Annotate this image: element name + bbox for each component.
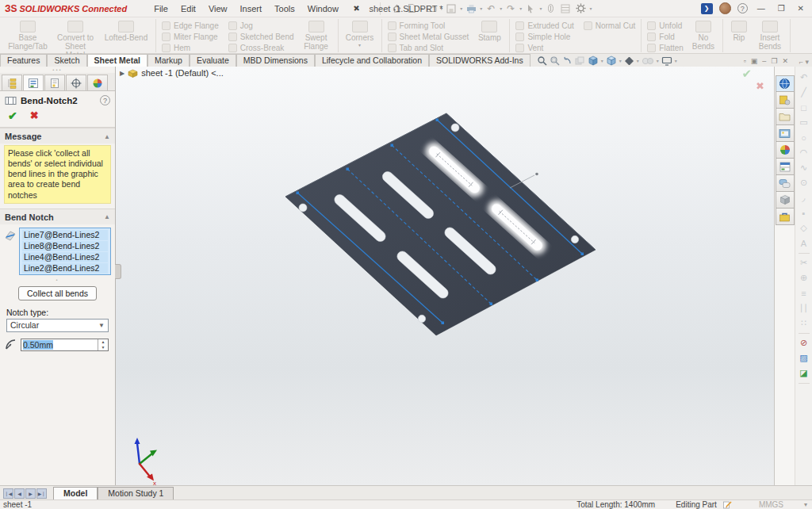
options-gear-icon[interactable] — [574, 2, 587, 15]
confirm-corner-cancel-icon[interactable]: ✖ — [756, 80, 764, 92]
pm-cancel-button[interactable]: ✖ — [30, 109, 39, 122]
3dexperience-pane-tab[interactable] — [776, 75, 795, 92]
redo-caret-icon[interactable]: ▾ — [519, 6, 522, 11]
simple-hole-button[interactable]: Simple Hole — [515, 33, 573, 41]
bend-notch-collapse-icon[interactable]: ▲ — [104, 213, 110, 220]
stamp-button[interactable]: Stamp — [475, 20, 504, 43]
view-palette-pane-tab[interactable] — [776, 125, 795, 142]
sketch-line-icon[interactable]: ╱ — [795, 85, 812, 100]
forming-tool-button[interactable]: Forming Tool — [388, 21, 469, 30]
selection-item[interactable]: Line2@Bend-Lines2 — [22, 263, 108, 274]
home-icon[interactable] — [390, 2, 403, 15]
doc-new-window-icon[interactable]: ▫ — [744, 57, 746, 65]
hide-show-items-icon[interactable] — [642, 56, 654, 66]
last-tab-button[interactable]: ▶❘ — [36, 488, 47, 499]
3dexperience-launcher-icon[interactable]: ❯ — [701, 3, 713, 14]
confirm-corner-ok-icon[interactable]: ✔ — [741, 67, 752, 81]
panel-drag-handle[interactable]: ••• — [0, 67, 115, 73]
trim-entities-icon[interactable]: ✂ — [795, 255, 812, 270]
restore-button[interactable]: ❐ — [775, 4, 788, 13]
pm-ok-button[interactable]: ✔ — [8, 109, 17, 122]
menu-tools[interactable]: Tools — [268, 2, 301, 15]
first-tab-button[interactable]: ❘◀ — [3, 488, 13, 499]
sketch-circle-icon[interactable]: ○ — [795, 130, 812, 145]
menu-window[interactable]: Window — [301, 2, 345, 15]
selection-list-resize-handle[interactable]: • — [0, 277, 115, 283]
display-manager-tab[interactable] — [87, 75, 108, 90]
tab-sheet-metal[interactable]: Sheet Metal — [87, 54, 147, 67]
sketched-bend-button[interactable]: Sketched Bend — [228, 33, 294, 41]
doc-close-icon[interactable]: ✕ — [782, 57, 788, 65]
custom-properties-pane-tab[interactable] — [776, 159, 795, 175]
view-orientation-caret-icon[interactable]: ▾ — [619, 58, 622, 63]
help-icon[interactable]: ? — [737, 3, 748, 13]
fold-button[interactable]: Fold — [647, 33, 684, 41]
redo-icon[interactable]: ↷ — [504, 2, 517, 15]
display-style-icon[interactable] — [624, 56, 634, 66]
tab-evaluate[interactable]: Evaluate — [190, 54, 236, 67]
new-caret-icon[interactable]: ▾ — [420, 6, 423, 11]
minimize-button[interactable]: — — [754, 4, 768, 13]
menu-insert[interactable]: Insert — [234, 2, 269, 15]
flatten-button[interactable]: Flatten — [647, 44, 684, 52]
jog-button[interactable]: Jog — [228, 21, 294, 30]
graphics-viewport[interactable]: x ▶ sheet -1 (Default) <... ✔ ✖ — [116, 67, 774, 485]
task-pane-corner-icon[interactable]: ⌐ ▾ — [799, 58, 809, 66]
section-view-icon[interactable] — [575, 56, 585, 66]
corners-button[interactable]: Corners▾ — [344, 20, 376, 48]
save-icon[interactable] — [445, 2, 458, 15]
close-button[interactable]: ✕ — [795, 4, 807, 13]
parts-catalog-pane-tab[interactable] — [776, 192, 795, 209]
tree-root-label[interactable]: sheet -1 (Default) <... — [141, 68, 224, 78]
tree-expand-icon[interactable]: ▶ — [120, 70, 124, 77]
message-section-header[interactable]: Message ▲ — [0, 128, 115, 144]
sketch-text-icon[interactable]: A — [795, 235, 812, 251]
print-icon[interactable] — [465, 2, 477, 15]
notch-radius-spinner[interactable]: ▲▼ — [98, 339, 108, 350]
selection-item[interactable]: Line8@Bend-Lines2 — [22, 241, 108, 251]
sketch-spline-icon[interactable]: ∿ — [795, 160, 812, 175]
selection-item[interactable]: Line4@Bend-Lines2 — [22, 252, 108, 262]
vent-button[interactable]: Vent — [515, 44, 573, 52]
appearances-pane-tab[interactable] — [776, 142, 795, 159]
offset-entities-icon[interactable]: ≡ — [795, 285, 812, 300]
display-style-caret-icon[interactable]: ▾ — [637, 58, 639, 63]
base-flange-button[interactable]: Base Flange/Tab — [7, 20, 48, 52]
design-library-pane-tab[interactable] — [776, 92, 795, 109]
message-collapse-icon[interactable]: ▲ — [104, 133, 110, 140]
dynamic-annotation-icon[interactable] — [588, 55, 599, 66]
doc-tile-icon[interactable]: ▣ — [751, 57, 758, 65]
user-avatar[interactable] — [719, 2, 731, 14]
collect-all-bends-button[interactable]: Collect all bends — [18, 286, 97, 300]
swept-flange-button[interactable]: Swept Flange — [301, 20, 332, 52]
spinner-up-icon[interactable]: ▲ — [102, 339, 105, 345]
sketch-edit-icon[interactable]: ▨ — [795, 350, 812, 365]
open-icon[interactable] — [425, 2, 438, 15]
print-caret-icon[interactable]: ▾ — [480, 6, 482, 11]
file-explorer-pane-tab[interactable] — [776, 109, 795, 125]
panel-collapse-handle[interactable] — [115, 264, 121, 279]
new-document-icon[interactable] — [405, 2, 418, 15]
extruded-cut-button[interactable]: Extruded Cut — [515, 21, 573, 30]
sheet-metal-plate[interactable] — [285, 113, 596, 335]
tab-and-slot-button[interactable]: Tab and Slot — [388, 44, 469, 52]
appearances-caret-icon[interactable]: ▾ — [657, 58, 659, 63]
edge-flange-button[interactable]: Edge Flange — [162, 21, 219, 30]
convert-entities-icon[interactable]: ⊕ — [795, 270, 812, 285]
pattern-icon[interactable]: ∷ — [795, 316, 812, 331]
menu-file[interactable]: File — [147, 2, 174, 15]
undo-icon[interactable]: ↶ — [485, 2, 497, 15]
bend-notch-section-header[interactable]: Bend Notch ▲ — [0, 209, 115, 224]
tab-markup[interactable]: Markup — [147, 54, 190, 67]
no-bends-button[interactable]: No Bends — [690, 20, 717, 52]
sketch-slot-icon[interactable]: ▭ — [795, 115, 812, 130]
view-settings-caret-icon[interactable]: ▾ — [675, 58, 677, 63]
model-tab[interactable]: Model — [53, 487, 98, 499]
tab-mbd-dimensions[interactable]: MBD Dimensions — [236, 54, 315, 67]
next-tab-button[interactable]: ▶ — [25, 488, 36, 499]
notch-type-dropdown[interactable]: Circular ▼ — [6, 319, 109, 332]
select-caret-icon[interactable]: ▾ — [539, 6, 542, 11]
save-caret-icon[interactable]: ▾ — [460, 6, 462, 11]
pm-help-icon[interactable]: ? — [100, 95, 110, 105]
exit-sketch-icon[interactable]: ◪ — [795, 365, 812, 381]
